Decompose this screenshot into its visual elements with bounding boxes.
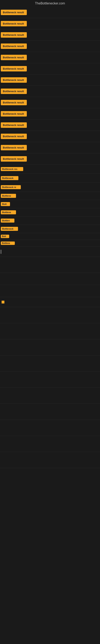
empty-row <box>0 388 100 404</box>
bottleneck-badge: Bott <box>1 202 10 206</box>
bottleneck-badge: Bottleneck <box>1 227 18 231</box>
table-row: Bottlen <box>0 216 100 225</box>
bottleneck-badge: Bottleneck <box>1 176 18 180</box>
table-row: Bottleneck result <box>0 108 100 120</box>
empty-row <box>0 356 100 372</box>
empty-row <box>0 257 100 273</box>
indicator-row <box>0 297 100 307</box>
bottleneck-badge: Bottleneck result <box>1 21 27 26</box>
bottleneck-badge: Bottleneck result <box>1 66 27 72</box>
empty-row <box>0 273 100 285</box>
bottleneck-badge: Bottleneck result <box>1 111 27 116</box>
table-row: Bottleneck result <box>0 18 100 30</box>
bottleneck-badge: Bottleneck result <box>1 156 27 162</box>
empty-row <box>0 339 100 356</box>
bottleneck-badge: Bottlene <box>1 242 15 245</box>
table-row: Bottleneck result <box>0 63 100 74</box>
table-row: Bottleneck result <box>0 131 100 142</box>
table-row: Bottleneck <box>0 225 100 233</box>
bottleneck-badge: Bottleneck result <box>1 44 27 49</box>
table-row: Bottleneck result <box>0 7 100 18</box>
table-row: Bottleneck result <box>0 41 100 52</box>
table-row: Bottleneck res <box>0 164 100 174</box>
bottleneck-badge: Bottleneck result <box>1 100 27 105</box>
page-container: TheBottlenecker.com Bottleneck result Bo… <box>0 0 100 484</box>
table-row: Bottleneck result <box>0 120 100 131</box>
table-row: Bottleneck result <box>0 52 100 63</box>
cursor-indicator <box>1 250 1 254</box>
bottleneck-badge: Bottleneck result <box>1 55 27 60</box>
table-row: Bottleneck result <box>0 74 100 86</box>
table-row: Bottleneck result <box>0 153 100 164</box>
bottleneck-badge: Bottleneck result <box>1 145 27 150</box>
table-row: Bottleneck re <box>0 183 100 192</box>
table-row: Bottleneck <box>0 174 100 183</box>
bottleneck-badge: Bottleneck result <box>1 122 27 128</box>
table-row: Bottleneck result <box>0 30 100 41</box>
empty-row <box>0 323 100 339</box>
bottleneck-badge: Bottlen <box>1 218 14 222</box>
empty-row <box>0 420 100 436</box>
table-row: Bottleneck result <box>0 97 100 108</box>
empty-row <box>0 404 100 420</box>
bottleneck-badge: Bottleneck result <box>1 134 27 139</box>
bottleneck-badge: Bottleneck res <box>1 167 23 171</box>
bottleneck-badge: Bottleneck result <box>1 32 27 38</box>
table-row: Bottleneck result <box>0 142 100 153</box>
site-title: TheBottlenecker.com <box>0 0 100 7</box>
bottleneck-badge: Bottleneck re <box>1 185 21 189</box>
table-row: Bottleneck result <box>0 86 100 97</box>
empty-row <box>0 452 100 468</box>
bottleneck-badge: Bottleneck result <box>1 88 27 94</box>
table-row: Bott <box>0 200 100 208</box>
small-badge-indicator <box>1 301 4 304</box>
empty-row <box>0 468 100 484</box>
bottleneck-badge: Bottleneck result <box>1 10 27 15</box>
bottleneck-badge: Bottleneck result <box>1 77 27 83</box>
empty-row <box>0 285 100 297</box>
table-row: Bott <box>0 233 100 240</box>
cursor-row <box>0 247 100 257</box>
table-row: Bottlene <box>0 208 100 216</box>
empty-row <box>0 372 100 388</box>
empty-row <box>0 307 100 323</box>
bottleneck-badge: Bott <box>1 235 9 238</box>
bottleneck-badge: Bottlene <box>1 210 16 214</box>
bottleneck-badge: Bottlene <box>1 194 16 198</box>
empty-row <box>0 436 100 452</box>
table-row: Bottlene <box>0 192 100 200</box>
table-row: Bottlene <box>0 240 100 247</box>
